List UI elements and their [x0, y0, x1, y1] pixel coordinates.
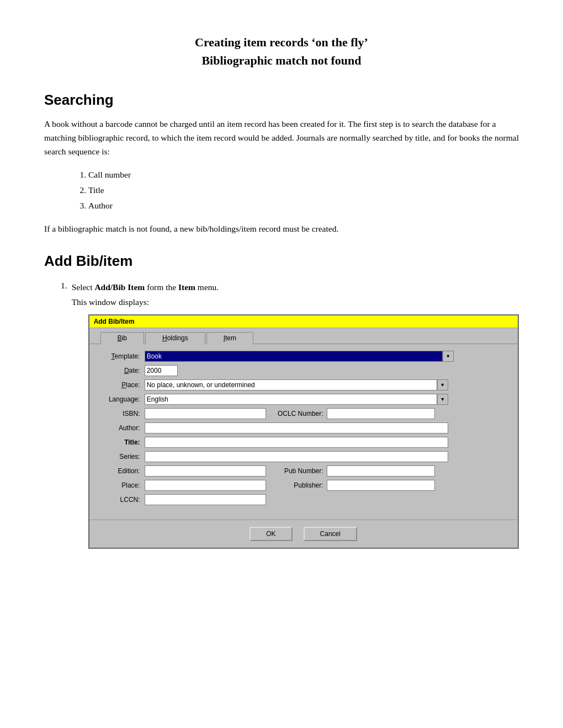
list-item: Author [88, 198, 519, 213]
lccn-label: LCCN: [100, 496, 145, 504]
searching-footnote: If a bibliographic match is not found, a… [44, 222, 519, 236]
step-number-1: 1. [61, 281, 67, 549]
cancel-button[interactable]: Cancel [304, 527, 357, 541]
template-input[interactable]: Book [145, 351, 443, 362]
edition-label: Edition: [100, 467, 145, 475]
edition-input[interactable] [145, 465, 266, 477]
isbn-input[interactable] [145, 408, 266, 419]
dialog-tabs: Bib Holdings Item [89, 328, 518, 344]
title-input[interactable] [145, 437, 448, 448]
pubnumber-label: Pub Number: [266, 467, 327, 475]
tab-item[interactable]: Item [206, 332, 253, 344]
searching-heading: Searching [44, 92, 519, 109]
dialog-footer: OK Cancel [89, 520, 518, 548]
oclc-input[interactable] [327, 408, 435, 419]
place2-label: Place: [100, 481, 145, 489]
oclc-label: OCLC Number: [266, 410, 327, 417]
step1-bold: Add/Bib Item [94, 282, 145, 292]
searching-section: Searching A book without a barcode canno… [44, 92, 519, 236]
language-row: Language: ▼ [100, 394, 507, 405]
date-label: Date: [100, 367, 145, 374]
language-label: Language: [100, 395, 145, 403]
search-sequence-list: Call number Title Author [88, 167, 519, 213]
template-dropdown-btn[interactable]: ▼ [443, 351, 454, 362]
dialog-title: Add Bib/Item [94, 318, 135, 325]
publisher-input[interactable] [327, 480, 435, 491]
list-item: Title [88, 183, 519, 198]
isbn-oclc-row: ISBN: OCLC Number: [100, 408, 507, 419]
edition-pubnumber-row: Edition: Pub Number: [100, 465, 507, 477]
step-1-wrapper: 1. Select Add/Bib Item form the Item men… [61, 281, 519, 549]
step-1-text: Select Add/Bib Item form the Item menu. [72, 281, 519, 295]
title-row: Title: [100, 437, 507, 448]
place2-publisher-row: Place: Publisher: [100, 480, 507, 491]
language-dropdown-btn[interactable]: ▼ [437, 394, 448, 405]
date-input[interactable] [145, 365, 178, 376]
place-input[interactable] [145, 379, 437, 390]
template-field-wrapper: Book ▼ [145, 351, 454, 362]
list-item: Call number [88, 167, 519, 183]
tab-holdings[interactable]: Holdings [145, 332, 205, 344]
dialog-titlebar: Add Bib/Item [89, 315, 518, 328]
place-row: Place: ▼ [100, 379, 507, 390]
ok-button[interactable]: OK [249, 527, 292, 541]
page-title: Creating item records ‘on the fly’ Bibli… [44, 33, 519, 69]
language-input[interactable] [145, 394, 437, 405]
title-line2: Bibliographic match not found [201, 53, 361, 67]
place-field-wrapper: ▼ [145, 379, 448, 390]
series-input[interactable] [145, 451, 448, 462]
place2-input[interactable] [145, 480, 266, 491]
place-dropdown-btn[interactable]: ▼ [437, 379, 448, 390]
author-row: Author: [100, 422, 507, 433]
dialog-wrapper: Add Bib/Item Bib Holdings Item [88, 314, 519, 549]
author-label: Author: [100, 424, 145, 432]
addbib-section: Add Bib/item 1. Select Add/Bib Item form… [44, 253, 519, 549]
lccn-input[interactable] [145, 494, 266, 505]
addbib-heading: Add Bib/item [44, 253, 519, 270]
step-1-sub: This window displays: [72, 296, 519, 309]
pubnumber-input[interactable] [327, 465, 435, 477]
title-line1: Creating item records ‘on the fly’ [195, 35, 368, 49]
step1-menu: Item [178, 282, 195, 292]
series-row: Series: [100, 451, 507, 462]
language-field-wrapper: ▼ [145, 394, 448, 405]
isbn-label: ISBN: [100, 410, 145, 417]
date-row: Date: [100, 365, 507, 376]
publisher-label: Publisher: [266, 481, 327, 489]
tab-bib[interactable]: Bib [100, 332, 144, 344]
series-label: Series: [100, 453, 145, 461]
title-label: Title: [100, 438, 145, 446]
author-input[interactable] [145, 422, 448, 433]
dialog-body: Template: Book ▼ [89, 344, 518, 515]
lccn-row: LCCN: [100, 494, 507, 505]
place-label: Place: [100, 381, 145, 389]
add-bib-item-dialog: Add Bib/Item Bib Holdings Item [88, 314, 519, 549]
template-label: Template: [100, 352, 145, 360]
template-row: Template: Book ▼ [100, 351, 507, 362]
searching-paragraph: A book without a barcode cannot be charg… [44, 117, 519, 158]
